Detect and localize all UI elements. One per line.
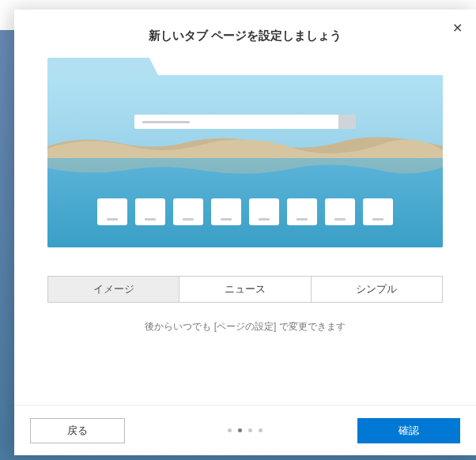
preview-tile — [325, 198, 355, 225]
close-button[interactable]: ✕ — [449, 21, 465, 36]
preview-search-button — [338, 115, 356, 129]
preview-tile — [173, 198, 203, 225]
dialog-footer: 戻る 確認 — [14, 405, 476, 455]
help-text: 後からいつでも [ページの設定] で変更できます — [14, 320, 476, 334]
pager-dots — [228, 428, 263, 432]
preview-content — [47, 75, 443, 247]
dialog-title: 新しいタブ ページを設定しましょう — [14, 9, 476, 58]
preview-tile — [363, 198, 393, 225]
preview-tile — [211, 198, 241, 225]
segment-image[interactable]: イメージ — [47, 276, 179, 303]
preview-tab — [47, 58, 158, 75]
preview-tabbar — [47, 58, 443, 75]
segment-simple[interactable]: シンプル — [311, 276, 443, 303]
preview-scene — [47, 75, 443, 247]
pager-dot[interactable] — [248, 428, 252, 432]
preview-tile — [97, 198, 127, 225]
preview-container — [14, 58, 476, 247]
pager-dot[interactable] — [228, 428, 232, 432]
preview-tile — [287, 198, 317, 225]
pager-dot[interactable] — [259, 428, 263, 432]
layout-segment-control: イメージ ニュース シンプル — [47, 276, 443, 303]
preview-tile — [249, 198, 279, 225]
back-button[interactable]: 戻る — [30, 418, 125, 443]
preview-searchbar — [134, 115, 356, 129]
segment-news[interactable]: ニュース — [179, 276, 311, 303]
preview-tiles-row — [97, 198, 393, 225]
setup-dialog: ✕ 新しいタブ ページを設定しましょう — [14, 9, 476, 455]
confirm-button[interactable]: 確認 — [357, 418, 460, 443]
shore-reflection — [47, 158, 443, 178]
browser-frame — [47, 58, 443, 247]
preview-tile — [135, 198, 165, 225]
pager-dot[interactable] — [238, 428, 242, 432]
newtab-preview — [47, 58, 443, 247]
close-icon: ✕ — [452, 21, 463, 35]
